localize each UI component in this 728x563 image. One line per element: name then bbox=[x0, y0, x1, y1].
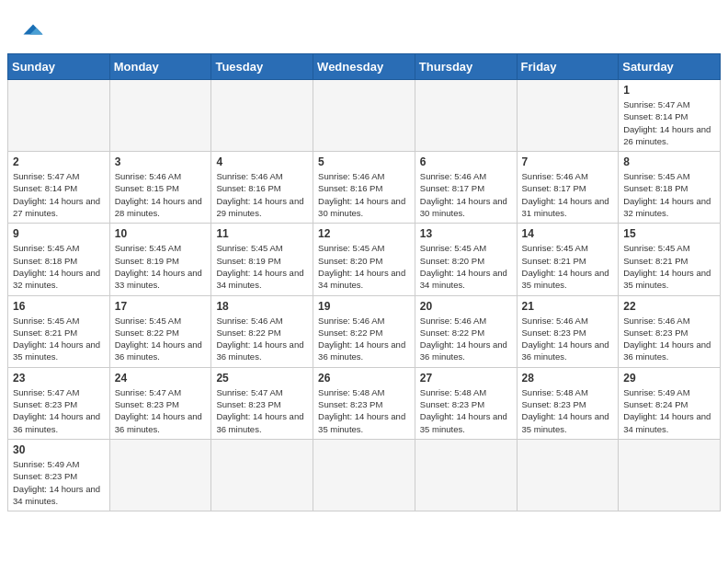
day-info: Sunrise: 5:46 AMSunset: 8:22 PMDaylight:… bbox=[318, 315, 410, 363]
day-number: 24 bbox=[115, 372, 207, 385]
calendar-cell bbox=[517, 439, 619, 511]
day-info: Sunrise: 5:49 AMSunset: 8:24 PMDaylight:… bbox=[623, 386, 715, 435]
calendar-cell: 19Sunrise: 5:46 AMSunset: 8:22 PMDayligh… bbox=[313, 295, 415, 367]
day-number: 12 bbox=[318, 227, 410, 240]
calendar-cell: 30Sunrise: 5:49 AMSunset: 8:23 PMDayligh… bbox=[8, 439, 110, 511]
day-info: Sunrise: 5:46 AMSunset: 8:23 PMDaylight:… bbox=[522, 315, 614, 363]
weekday-header-row: SundayMondayTuesdayWednesdayThursdayFrid… bbox=[8, 54, 721, 80]
calendar-cell: 1Sunrise: 5:47 AMSunset: 8:14 PMDaylight… bbox=[619, 80, 721, 152]
weekday-header-monday: Monday bbox=[109, 54, 211, 80]
calendar-cell: 3Sunrise: 5:46 AMSunset: 8:15 PMDaylight… bbox=[109, 152, 211, 224]
day-info: Sunrise: 5:47 AMSunset: 8:14 PMDaylight:… bbox=[13, 170, 105, 219]
calendar-cell: 8Sunrise: 5:45 AMSunset: 8:18 PMDaylight… bbox=[619, 152, 721, 224]
day-number: 10 bbox=[115, 227, 207, 240]
calendar-cell: 9Sunrise: 5:45 AMSunset: 8:18 PMDaylight… bbox=[8, 224, 110, 295]
day-info: Sunrise: 5:48 AMSunset: 8:23 PMDaylight:… bbox=[420, 386, 512, 435]
day-number: 28 bbox=[522, 372, 614, 385]
calendar-cell: 14Sunrise: 5:45 AMSunset: 8:21 PMDayligh… bbox=[517, 224, 619, 295]
calendar-header: SundayMondayTuesdayWednesdayThursdayFrid… bbox=[8, 54, 721, 80]
calendar-cell: 16Sunrise: 5:45 AMSunset: 8:21 PMDayligh… bbox=[8, 295, 110, 367]
day-info: Sunrise: 5:47 AMSunset: 8:23 PMDaylight:… bbox=[115, 386, 207, 435]
logo bbox=[18, 17, 46, 44]
day-info: Sunrise: 5:45 AMSunset: 8:20 PMDaylight:… bbox=[420, 242, 512, 291]
calendar-cell: 12Sunrise: 5:45 AMSunset: 8:20 PMDayligh… bbox=[313, 224, 415, 295]
day-number: 5 bbox=[318, 155, 410, 168]
day-number: 7 bbox=[522, 155, 614, 168]
logo-icon bbox=[20, 17, 46, 42]
day-info: Sunrise: 5:46 AMSunset: 8:22 PMDaylight:… bbox=[420, 315, 512, 363]
day-info: Sunrise: 5:45 AMSunset: 8:18 PMDaylight:… bbox=[13, 242, 105, 291]
calendar-cell: 15Sunrise: 5:45 AMSunset: 8:21 PMDayligh… bbox=[619, 224, 721, 295]
day-number: 23 bbox=[13, 372, 105, 385]
day-info: Sunrise: 5:46 AMSunset: 8:16 PMDaylight:… bbox=[318, 170, 410, 219]
day-info: Sunrise: 5:45 AMSunset: 8:22 PMDaylight:… bbox=[115, 315, 207, 363]
calendar-row-3: 16Sunrise: 5:45 AMSunset: 8:21 PMDayligh… bbox=[8, 295, 721, 367]
calendar-cell bbox=[415, 80, 517, 152]
calendar-row-5: 30Sunrise: 5:49 AMSunset: 8:23 PMDayligh… bbox=[8, 439, 721, 511]
day-info: Sunrise: 5:45 AMSunset: 8:18 PMDaylight:… bbox=[623, 170, 715, 219]
day-info: Sunrise: 5:46 AMSunset: 8:23 PMDaylight:… bbox=[623, 315, 715, 363]
calendar-body: 1Sunrise: 5:47 AMSunset: 8:14 PMDaylight… bbox=[8, 80, 721, 511]
day-number: 29 bbox=[623, 372, 715, 385]
day-number: 1 bbox=[623, 84, 715, 97]
day-info: Sunrise: 5:45 AMSunset: 8:20 PMDaylight:… bbox=[318, 242, 410, 291]
day-info: Sunrise: 5:45 AMSunset: 8:19 PMDaylight:… bbox=[115, 242, 207, 291]
calendar-cell bbox=[211, 80, 313, 152]
calendar-cell: 22Sunrise: 5:46 AMSunset: 8:23 PMDayligh… bbox=[619, 295, 721, 367]
calendar-cell: 4Sunrise: 5:46 AMSunset: 8:16 PMDaylight… bbox=[211, 152, 313, 224]
calendar-cell: 29Sunrise: 5:49 AMSunset: 8:24 PMDayligh… bbox=[619, 367, 721, 439]
weekday-header-wednesday: Wednesday bbox=[313, 54, 415, 80]
calendar-table: SundayMondayTuesdayWednesdayThursdayFrid… bbox=[7, 53, 721, 511]
calendar-cell: 27Sunrise: 5:48 AMSunset: 8:23 PMDayligh… bbox=[415, 367, 517, 439]
calendar-cell bbox=[619, 439, 721, 511]
calendar-cell: 26Sunrise: 5:48 AMSunset: 8:23 PMDayligh… bbox=[313, 367, 415, 439]
calendar-cell: 23Sunrise: 5:47 AMSunset: 8:23 PMDayligh… bbox=[8, 367, 110, 439]
day-number: 17 bbox=[115, 300, 207, 313]
day-info: Sunrise: 5:46 AMSunset: 8:17 PMDaylight:… bbox=[522, 170, 614, 219]
calendar-row-2: 9Sunrise: 5:45 AMSunset: 8:18 PMDaylight… bbox=[8, 224, 721, 295]
day-number: 25 bbox=[216, 372, 308, 385]
day-number: 15 bbox=[623, 227, 715, 240]
weekday-header-sunday: Sunday bbox=[8, 54, 110, 80]
weekday-header-tuesday: Tuesday bbox=[211, 54, 313, 80]
calendar-cell: 21Sunrise: 5:46 AMSunset: 8:23 PMDayligh… bbox=[517, 295, 619, 367]
calendar-cell: 5Sunrise: 5:46 AMSunset: 8:16 PMDaylight… bbox=[313, 152, 415, 224]
calendar-cell: 20Sunrise: 5:46 AMSunset: 8:22 PMDayligh… bbox=[415, 295, 517, 367]
day-number: 16 bbox=[13, 300, 105, 313]
day-info: Sunrise: 5:45 AMSunset: 8:19 PMDaylight:… bbox=[216, 242, 308, 291]
calendar-cell bbox=[313, 80, 415, 152]
day-info: Sunrise: 5:49 AMSunset: 8:23 PMDaylight:… bbox=[13, 458, 105, 507]
day-number: 9 bbox=[13, 227, 105, 240]
day-number: 21 bbox=[522, 300, 614, 313]
weekday-header-thursday: Thursday bbox=[415, 54, 517, 80]
day-number: 13 bbox=[420, 227, 512, 240]
calendar-cell: 24Sunrise: 5:47 AMSunset: 8:23 PMDayligh… bbox=[109, 367, 211, 439]
calendar-cell: 28Sunrise: 5:48 AMSunset: 8:23 PMDayligh… bbox=[517, 367, 619, 439]
day-number: 19 bbox=[318, 300, 410, 313]
day-info: Sunrise: 5:46 AMSunset: 8:17 PMDaylight:… bbox=[420, 170, 512, 219]
calendar-cell bbox=[8, 80, 110, 152]
day-info: Sunrise: 5:45 AMSunset: 8:21 PMDaylight:… bbox=[623, 242, 715, 291]
day-info: Sunrise: 5:45 AMSunset: 8:21 PMDaylight:… bbox=[522, 242, 614, 291]
weekday-header-saturday: Saturday bbox=[619, 54, 721, 80]
calendar-cell: 25Sunrise: 5:47 AMSunset: 8:23 PMDayligh… bbox=[211, 367, 313, 439]
day-number: 14 bbox=[522, 227, 614, 240]
day-info: Sunrise: 5:48 AMSunset: 8:23 PMDaylight:… bbox=[522, 386, 614, 435]
calendar-row-1: 2Sunrise: 5:47 AMSunset: 8:14 PMDaylight… bbox=[8, 152, 721, 224]
calendar-cell bbox=[313, 439, 415, 511]
day-info: Sunrise: 5:46 AMSunset: 8:15 PMDaylight:… bbox=[115, 170, 207, 219]
calendar-cell: 2Sunrise: 5:47 AMSunset: 8:14 PMDaylight… bbox=[8, 152, 110, 224]
day-info: Sunrise: 5:47 AMSunset: 8:23 PMDaylight:… bbox=[216, 386, 308, 435]
day-info: Sunrise: 5:45 AMSunset: 8:21 PMDaylight:… bbox=[13, 315, 105, 363]
day-number: 11 bbox=[216, 227, 308, 240]
day-info: Sunrise: 5:48 AMSunset: 8:23 PMDaylight:… bbox=[318, 386, 410, 435]
day-info: Sunrise: 5:46 AMSunset: 8:16 PMDaylight:… bbox=[216, 170, 308, 219]
day-number: 26 bbox=[318, 372, 410, 385]
calendar-row-0: 1Sunrise: 5:47 AMSunset: 8:14 PMDaylight… bbox=[8, 80, 721, 152]
calendar-cell: 10Sunrise: 5:45 AMSunset: 8:19 PMDayligh… bbox=[109, 224, 211, 295]
day-number: 2 bbox=[13, 155, 105, 168]
calendar-cell: 13Sunrise: 5:45 AMSunset: 8:20 PMDayligh… bbox=[415, 224, 517, 295]
day-number: 30 bbox=[13, 443, 105, 456]
calendar-cell bbox=[109, 80, 211, 152]
calendar-cell bbox=[109, 439, 211, 511]
